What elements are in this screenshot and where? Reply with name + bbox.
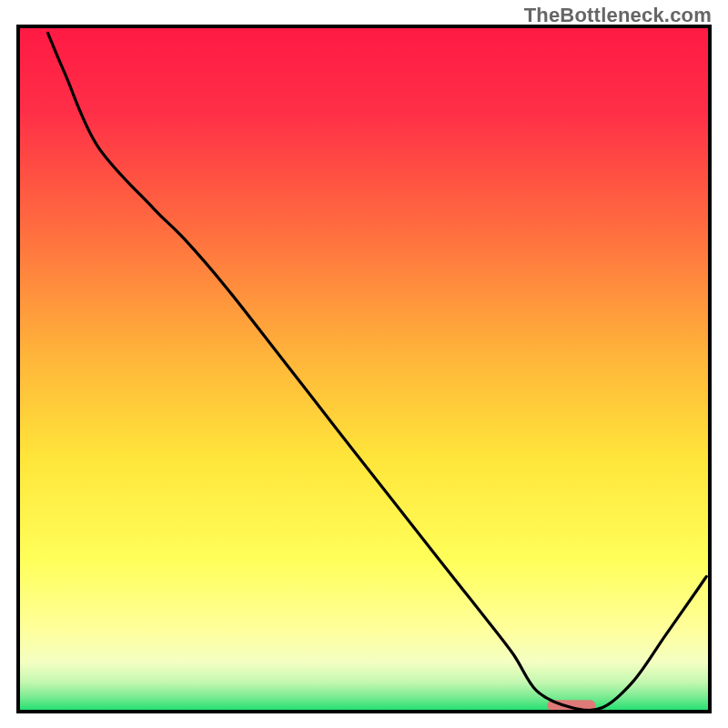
chart-container: TheBottleneck.com [0,0,728,728]
chart-svg [0,0,728,728]
gradient-background [20,28,708,710]
